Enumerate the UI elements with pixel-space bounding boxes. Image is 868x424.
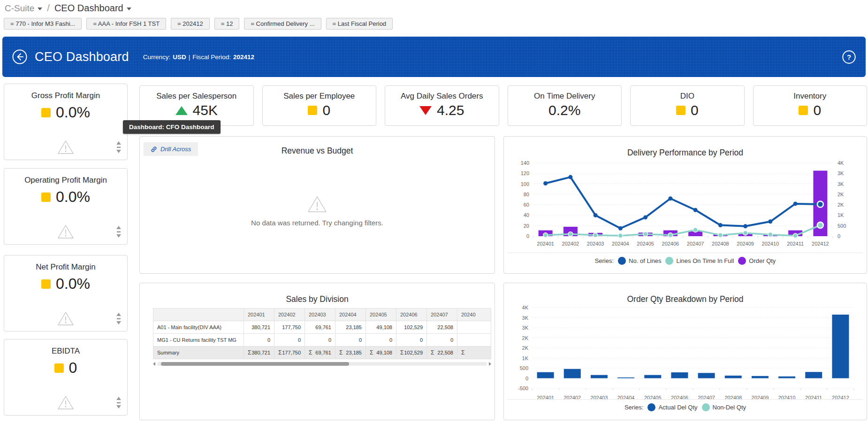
- svg-text:202409: 202409: [752, 395, 769, 401]
- stepper-control[interactable]: [116, 225, 122, 239]
- kpi-card[interactable]: EBIDTA0: [4, 339, 128, 416]
- kpi-card[interactable]: DIO0: [630, 85, 745, 126]
- svg-text:202409: 202409: [737, 241, 754, 247]
- currency-value: USD: [173, 54, 186, 61]
- kpi-value: 0: [322, 102, 330, 118]
- kpi-card[interactable]: Sales per Employee0: [262, 85, 377, 126]
- data-point: [743, 224, 747, 228]
- table-cell: 0: [427, 334, 457, 347]
- stepper-control[interactable]: [116, 396, 122, 409]
- legend-item[interactable]: Actual Del Qty: [647, 403, 697, 411]
- svg-text:3K: 3K: [522, 315, 529, 321]
- back-button[interactable]: [12, 49, 28, 65]
- legend-item[interactable]: Lines On Time In Full: [665, 257, 734, 265]
- table-cell: 69,761: [305, 321, 335, 334]
- svg-text:120: 120: [521, 170, 529, 176]
- data-point: [643, 232, 648, 237]
- actual-del-qty-bar: [564, 369, 581, 378]
- filter-chip[interactable]: = Confirmed Delivery ...: [244, 18, 321, 30]
- filter-chip[interactable]: = AAA - Infor FSH 1 TST: [86, 18, 166, 30]
- svg-text:202402: 202402: [563, 395, 581, 401]
- kpi-value: 0.2%: [548, 102, 580, 118]
- legend-dot-icon: [738, 257, 746, 265]
- yellow-square-indicator: [41, 108, 51, 117]
- summary-value: 102,529: [404, 350, 423, 355]
- breadcrumb-current-dropdown[interactable]: CEO Dashboard: [54, 3, 131, 14]
- legend-item[interactable]: Non-Del Qty: [702, 403, 746, 411]
- svg-text:3K: 3K: [838, 181, 844, 187]
- table-cell: 0: [274, 334, 305, 347]
- filter-chip[interactable]: = 12: [214, 18, 240, 30]
- data-point: [668, 233, 673, 238]
- filter-chip[interactable]: = 202412: [171, 18, 210, 30]
- kpi-card[interactable]: Inventory0: [753, 85, 868, 126]
- kpi-card[interactable]: Gross Profit Margin0.0%: [4, 84, 128, 160]
- kpi-card[interactable]: Avg Daily Sales Orders4.25: [385, 85, 499, 126]
- sigma-icon: Σ: [278, 349, 282, 356]
- yellow-square-indicator: [41, 193, 51, 202]
- breadcrumb-current-label: CEO Dashboard: [54, 3, 123, 14]
- kpi-card-title: Operating Profit Margin: [4, 176, 127, 185]
- actual-del-qty-bar: [591, 375, 608, 378]
- table-column-header: 202406: [396, 308, 427, 321]
- row-label: A01 - Main facility(DIV AAA): [153, 321, 244, 334]
- legend-item[interactable]: No. of Lines: [618, 257, 661, 265]
- legend-item[interactable]: Order Qty: [738, 257, 776, 265]
- scroll-right-icon[interactable]: [489, 362, 491, 366]
- breadcrumb: C-Suite / CEO Dashboard: [5, 3, 131, 14]
- legend-dot-icon: [647, 403, 655, 411]
- svg-text:202405: 202405: [637, 241, 654, 247]
- svg-text:202401: 202401: [537, 241, 554, 247]
- stepper-control[interactable]: [116, 141, 122, 154]
- help-button[interactable]: ?: [842, 50, 856, 64]
- table-cell: 380,721: [244, 321, 274, 334]
- scrollbar-track[interactable]: [157, 362, 487, 366]
- data-point: [718, 233, 723, 238]
- warning-icon: [57, 311, 75, 326]
- table-cell: 177,750: [274, 321, 305, 334]
- warning-icon: [57, 395, 75, 410]
- sigma-icon: Σ: [400, 349, 404, 356]
- kpi-card[interactable]: Operating Profit Margin0.0%: [4, 168, 128, 245]
- data-point: [543, 233, 548, 238]
- svg-text:202404: 202404: [617, 395, 635, 401]
- svg-text:40: 40: [524, 212, 529, 218]
- kpi-value: 0: [813, 102, 821, 118]
- panel-order-qty-breakdown: Order Qty Breakdown by Period -50005001K…: [503, 283, 867, 420]
- sigma-icon: Σ: [431, 349, 434, 356]
- chevron-down-icon: [38, 8, 42, 10]
- legend-label: Series:: [624, 404, 643, 411]
- sigma-icon: Σ: [339, 349, 343, 356]
- question-icon: ?: [842, 50, 856, 64]
- table-column-header: 20240: [457, 308, 491, 321]
- chart-legend: Series:No. of LinesLines On Time In Full…: [504, 257, 867, 265]
- kpi-card[interactable]: Net Profit Margin0.0%: [4, 255, 128, 331]
- actual-del-qty-bar: [698, 373, 715, 378]
- breadcrumb-parent-dropdown[interactable]: C-Suite: [5, 3, 42, 14]
- kpi-card-title: Avg Daily Sales Orders: [385, 92, 499, 101]
- summary-value: 69,761: [315, 350, 331, 355]
- kpi-top-row: Sales per Salesperson45KSales per Employ…: [139, 85, 867, 126]
- table-column-header: 202402: [274, 308, 305, 321]
- scroll-left-icon[interactable]: [153, 362, 155, 366]
- summary-value: 177,750: [282, 350, 301, 355]
- legend-item-label: No. of Lines: [629, 257, 661, 264]
- actual-del-qty-bar: [644, 375, 661, 378]
- table-scrollbar[interactable]: [153, 362, 491, 366]
- legend-item-label: Non-Del Qty: [713, 404, 746, 411]
- svg-text:202411: 202411: [787, 241, 804, 247]
- actual-del-qty-bar: [778, 377, 795, 378]
- filter-chip[interactable]: = 770 - Infor M3 Fashi...: [4, 18, 82, 30]
- filter-chip[interactable]: = Last Fiscal Period: [326, 18, 393, 30]
- panel-sales-by-division: Sales by Division 2024012024022024032024…: [139, 283, 495, 420]
- kpi-card[interactable]: On Time Delivery0.2%: [508, 85, 622, 126]
- empty-state: No data was returned. Try changing filte…: [140, 195, 495, 227]
- scrollbar-thumb[interactable]: [161, 362, 349, 366]
- row-label: MG1 - CU Returns facility TST MG: [153, 334, 244, 347]
- stepper-control[interactable]: [116, 312, 122, 325]
- delivery-performance-chart: 0020500401K602K802K1003K1203K1404K202401…: [510, 159, 860, 251]
- legend-item-label: Actual Del Qty: [658, 404, 697, 411]
- table-cell: 22,508: [427, 321, 457, 334]
- sigma-icon: Σ: [248, 349, 251, 356]
- data-point: [793, 201, 798, 206]
